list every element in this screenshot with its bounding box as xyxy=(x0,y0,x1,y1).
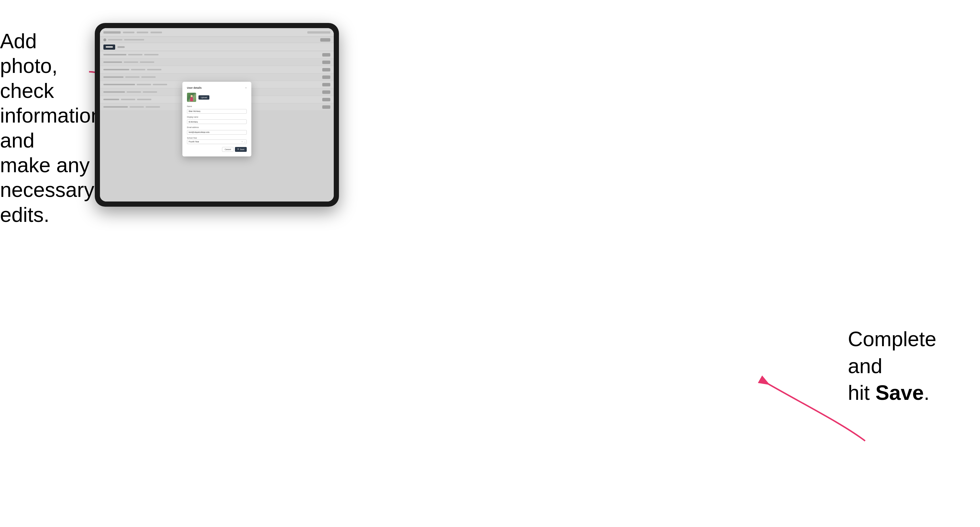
modal-close-button[interactable]: × xyxy=(245,87,247,89)
avatar-preview xyxy=(187,93,196,102)
display-name-field-group: Display name xyxy=(187,116,247,124)
school-year-field-group: School Year × ⌄ xyxy=(187,137,247,144)
email-input[interactable] xyxy=(187,130,247,135)
clear-icon[interactable]: × xyxy=(242,141,243,143)
cancel-button[interactable]: Cancel xyxy=(222,147,234,152)
upload-button[interactable]: Upload xyxy=(199,95,209,100)
school-year-select-wrapper: × ⌄ xyxy=(187,140,247,144)
user-details-modal: User details × Upload Name xyxy=(182,82,251,156)
name-label: Name xyxy=(187,105,247,107)
modal-header: User details × xyxy=(187,86,247,89)
display-name-input[interactable] xyxy=(187,119,247,124)
avatar-figure xyxy=(189,95,194,101)
display-name-label: Display name xyxy=(187,116,247,118)
dropdown-arrow-icon[interactable]: ⌄ xyxy=(244,141,246,143)
save-icon: ⬆ xyxy=(237,148,239,151)
modal-footer: Cancel ⬆ Save xyxy=(187,147,247,152)
email-field-group: Email address xyxy=(187,126,247,135)
modal-overlay: User details × Upload Name xyxy=(100,28,334,202)
school-year-input[interactable] xyxy=(187,140,247,144)
annotation-left: Add photo, check information and make an… xyxy=(0,29,92,227)
avatar-image xyxy=(187,93,196,102)
school-year-label: School Year xyxy=(187,137,247,139)
name-field-group: Name xyxy=(187,105,247,114)
photo-upload-section: Upload xyxy=(187,93,247,102)
tablet-screen: User details × Upload Name xyxy=(100,28,334,202)
modal-title: User details xyxy=(187,86,202,89)
name-input[interactable] xyxy=(187,109,247,114)
annotation-right: Complete and hit Save. xyxy=(848,326,963,406)
tablet-device: User details × Upload Name xyxy=(95,23,339,207)
email-label: Email address xyxy=(187,126,247,128)
save-button[interactable]: ⬆ Save xyxy=(235,147,247,152)
